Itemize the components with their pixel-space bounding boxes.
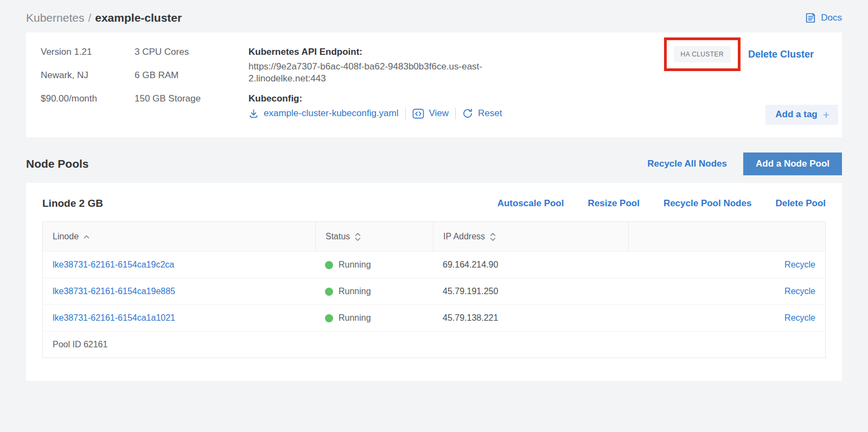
annotation-highlight-box: HA CLUSTER (664, 37, 741, 71)
delete-pool-button[interactable]: Delete Pool (775, 198, 826, 209)
docs-document-icon (805, 12, 816, 24)
download-icon (248, 109, 259, 119)
kubeconfig-download-link[interactable]: example-cluster-kubeconfig.yaml (248, 108, 399, 119)
status-running-dot-icon (325, 261, 333, 269)
add-node-pool-button[interactable]: Add a Node Pool (743, 153, 842, 175)
breadcrumb-cluster-name: example-cluster (95, 11, 182, 24)
node-pools-actions: Recycle All Nodes Add a Node Pool (647, 153, 842, 175)
add-tag-label: Add a tag (775, 109, 817, 120)
table-row: lke38731-62161-6154ca1a1021 Running 45.7… (43, 304, 825, 331)
refresh-icon (462, 108, 473, 119)
table-row: lke38731-62161-6154ca19e885 Running 45.7… (43, 278, 825, 304)
pool-id: Pool ID 62161 (43, 340, 107, 350)
docs-link[interactable]: Docs (805, 12, 842, 24)
recycle-pool-nodes-button[interactable]: Recycle Pool Nodes (663, 198, 752, 209)
breadcrumb: Kubernetes/example-cluster (26, 11, 182, 24)
add-tag-button[interactable]: Add a tag + (765, 105, 838, 125)
kubeconfig-view-link[interactable]: View (412, 108, 449, 119)
table-row: lke38731-62161-6154ca19c2ca Running 69.1… (43, 251, 825, 278)
recycle-all-nodes-button[interactable]: Recycle All Nodes (647, 158, 727, 169)
status-text: Running (339, 313, 371, 323)
reset-label: Reset (478, 108, 502, 119)
kubeconfig-reset-link[interactable]: Reset (462, 108, 502, 119)
spec-column-1: Version 1.21 Newark, NJ $90.00/month (41, 47, 135, 121)
ip-address: 45.79.191.250 (443, 287, 498, 296)
status-running-dot-icon (325, 288, 333, 296)
status-text: Running (339, 260, 371, 270)
column-header-ip[interactable]: IP Address (433, 222, 628, 251)
view-label: View (429, 108, 449, 119)
cluster-ram: 6 GB RAM (135, 70, 248, 81)
ip-address: 45.79.138.221 (443, 313, 498, 322)
node-pools-header: Node Pools Recycle All Nodes Add a Node … (26, 153, 842, 175)
cluster-summary-panel: Version 1.21 Newark, NJ $90.00/month 3 C… (26, 33, 842, 137)
cluster-storage: 150 GB Storage (135, 93, 248, 104)
column-header-status[interactable]: Status (315, 222, 433, 251)
node-link[interactable]: lke38731-62161-6154ca19c2ca (53, 260, 174, 269)
table-header-row: Linode Status IP Address (43, 222, 825, 251)
recycle-node-button[interactable]: Recycle (784, 287, 815, 296)
api-endpoint-label: Kubernetes API Endpoint: (248, 47, 503, 58)
kubeconfig-filename: example-cluster-kubeconfig.yaml (264, 108, 399, 119)
resize-pool-button[interactable]: Resize Pool (588, 198, 639, 209)
summary-top-right: HA CLUSTER Delete Cluster (664, 37, 814, 71)
status-column-label: Status (326, 232, 350, 242)
node-table: Linode Status IP Address (42, 221, 826, 358)
breadcrumb-kubernetes[interactable]: Kubernetes (26, 11, 84, 24)
ip-column-label: IP Address (443, 232, 485, 242)
node-pool-card: Linode 2 GB Autoscale Pool Resize Pool R… (26, 183, 842, 381)
recycle-node-button[interactable]: Recycle (784, 260, 815, 269)
delete-cluster-button[interactable]: Delete Cluster (748, 49, 814, 60)
plus-icon: + (823, 110, 829, 119)
pool-actions: Autoscale Pool Resize Pool Recycle Pool … (497, 198, 826, 209)
sort-both-icon (489, 232, 496, 242)
table-footer-row: Pool ID 62161 (43, 331, 825, 358)
endpoint-block: Kubernetes API Endpoint: https://9e2a730… (248, 47, 503, 121)
linode-column-label: Linode (53, 232, 79, 242)
cluster-cpu: 3 CPU Cores (135, 47, 248, 58)
breadcrumb-separator: / (88, 11, 91, 24)
api-endpoint-url: https://9e2a7307-b6ac-408f-ba62-9483b0b3… (248, 61, 494, 85)
docs-label: Docs (821, 12, 842, 23)
code-view-icon (412, 109, 424, 119)
kubeconfig-label: Kubeconfig: (248, 93, 503, 104)
divider (405, 107, 406, 119)
kubeconfig-actions: example-cluster-kubeconfig.yaml View (248, 107, 503, 119)
pool-header: Linode 2 GB Autoscale Pool Resize Pool R… (42, 198, 826, 209)
autoscale-pool-button[interactable]: Autoscale Pool (497, 198, 564, 209)
pool-name: Linode 2 GB (42, 198, 103, 209)
status-cell: Running (315, 287, 433, 296)
node-link[interactable]: lke38731-62161-6154ca1a1021 (53, 313, 175, 322)
status-running-dot-icon (325, 314, 333, 322)
topbar: Kubernetes/example-cluster Docs (26, 8, 842, 28)
status-cell: Running (315, 260, 433, 270)
divider (455, 107, 456, 119)
kubernetes-cluster-detail-page: Kubernetes/example-cluster Docs Version … (0, 0, 868, 381)
spec-column-2: 3 CPU Cores 6 GB RAM 150 GB Storage (135, 47, 248, 121)
cluster-price: $90.00/month (41, 93, 135, 104)
ip-address: 69.164.214.90 (443, 260, 498, 269)
node-pools-title: Node Pools (26, 157, 89, 170)
node-link[interactable]: lke38731-62161-6154ca19e885 (53, 287, 175, 296)
cluster-region: Newark, NJ (41, 70, 135, 81)
column-header-linode[interactable]: Linode (43, 222, 315, 251)
sort-both-icon (354, 232, 361, 242)
recycle-node-button[interactable]: Recycle (784, 313, 815, 322)
status-cell: Running (315, 313, 433, 323)
sort-ascending-icon (83, 234, 90, 239)
ha-cluster-badge: HA CLUSTER (674, 46, 731, 62)
cluster-version: Version 1.21 (41, 47, 135, 58)
status-text: Running (339, 287, 371, 296)
column-header-actions (628, 222, 825, 251)
